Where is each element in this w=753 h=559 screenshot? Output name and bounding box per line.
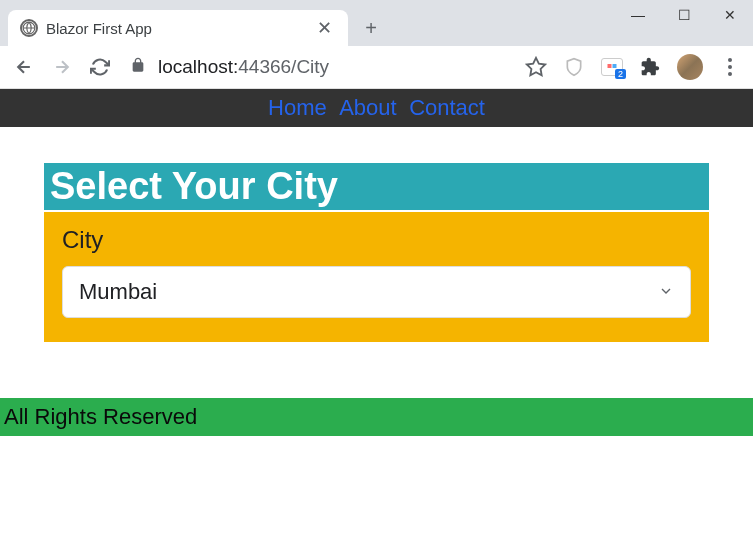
- browser-toolbar: localhost:44366/City 2: [0, 46, 753, 89]
- new-tab-button[interactable]: +: [356, 13, 386, 43]
- nav-link-home[interactable]: Home: [268, 95, 327, 120]
- footer: All Rights Reserved: [0, 398, 753, 436]
- nav-link-about[interactable]: About: [339, 95, 397, 120]
- forward-button[interactable]: [50, 55, 74, 79]
- svg-rect-2: [608, 64, 612, 68]
- shield-icon[interactable]: [563, 56, 585, 78]
- globe-icon: [20, 19, 38, 37]
- page-title: Select Your City: [44, 163, 709, 210]
- city-label: City: [62, 226, 691, 254]
- city-form-block: City Mumbai: [44, 212, 709, 342]
- address-bar[interactable]: localhost:44366/City: [126, 56, 511, 78]
- lock-icon: [130, 57, 146, 77]
- window-controls: — ☐ ✕: [615, 0, 753, 30]
- top-nav: Home About Contact: [0, 89, 753, 127]
- extension-badge-count: 2: [615, 69, 626, 79]
- footer-text: All Rights Reserved: [4, 404, 197, 429]
- tab-title: Blazor First App: [46, 20, 305, 37]
- page-content: Home About Contact Select Your City City…: [0, 89, 753, 436]
- chevron-down-icon: [658, 279, 674, 305]
- address-text: localhost:44366/City: [158, 56, 329, 78]
- reload-button[interactable]: [88, 55, 112, 79]
- window-minimize-button[interactable]: —: [615, 0, 661, 30]
- city-selected-value: Mumbai: [79, 279, 157, 305]
- svg-rect-3: [613, 64, 617, 68]
- window-close-button[interactable]: ✕: [707, 0, 753, 30]
- extensions-puzzle-icon[interactable]: [639, 56, 661, 78]
- bookmark-star-icon[interactable]: [525, 56, 547, 78]
- main-area: Select Your City City Mumbai: [0, 127, 753, 342]
- menu-button[interactable]: [719, 56, 741, 78]
- tab-close-icon[interactable]: ✕: [313, 17, 336, 39]
- city-select[interactable]: Mumbai: [62, 266, 691, 318]
- profile-avatar[interactable]: [677, 54, 703, 80]
- window-maximize-button[interactable]: ☐: [661, 0, 707, 30]
- browser-tab[interactable]: Blazor First App ✕: [8, 10, 348, 46]
- extension-icon[interactable]: 2: [601, 56, 623, 78]
- back-button[interactable]: [12, 55, 36, 79]
- nav-link-contact[interactable]: Contact: [409, 95, 485, 120]
- toolbar-right: 2: [525, 54, 741, 80]
- svg-marker-1: [527, 58, 545, 75]
